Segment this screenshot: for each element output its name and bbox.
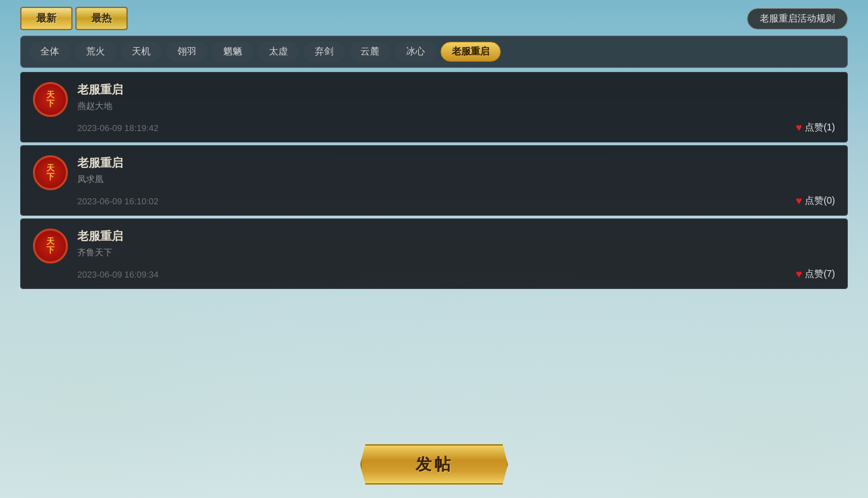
category-tab-huohuo[interactable]: 荒火	[75, 42, 116, 62]
avatar-line2-2: 下	[46, 173, 54, 181]
category-tab-meimei[interactable]: 魍魉	[212, 42, 253, 62]
post-avatar-2: 天 下	[33, 155, 68, 190]
newest-tab-button[interactable]: 最新	[20, 7, 73, 30]
post-footer-2: 2023-06-09 16:10:02 ♥ 点赞(0)	[77, 195, 835, 207]
category-tab-yunlu[interactable]: 云麓	[349, 42, 391, 62]
top-left-buttons: 最新 最热	[20, 7, 128, 30]
post-content-3: 老服重启 齐鲁天下 2023-06-09 16:09:34 ♥ 点赞(7)	[77, 229, 835, 280]
posts-area: 天 下 老服重启 燕赵大地 2023-06-09 18:19:42 ♥ 点赞(1…	[20, 72, 848, 438]
avatar-line2-1: 下	[46, 99, 54, 108]
heart-icon-1: ♥	[795, 122, 802, 134]
post-card-1[interactable]: 天 下 老服重启 燕赵大地 2023-06-09 18:19:42 ♥ 点赞(1…	[20, 72, 848, 142]
rules-button[interactable]: 老服重启活动规则	[747, 8, 848, 30]
post-button-container: 发帖	[20, 444, 848, 491]
post-author-3: 齐鲁天下	[77, 247, 835, 259]
category-tab-taixu[interactable]: 太虚	[258, 42, 299, 62]
post-like-label-1: 点赞(1)	[805, 122, 835, 134]
hottest-tab-button[interactable]: 最热	[75, 7, 128, 30]
post-time-3: 2023-06-09 16:09:34	[77, 269, 159, 280]
heart-icon-3: ♥	[795, 268, 802, 280]
category-tab-laofuchongqi[interactable]: 老服重启	[440, 42, 501, 62]
post-like-2[interactable]: ♥ 点赞(0)	[795, 195, 835, 207]
category-tab-bingxin[interactable]: 冰心	[395, 42, 436, 62]
post-content-2: 老服重启 凤求凰 2023-06-09 16:10:02 ♥ 点赞(0)	[77, 155, 835, 207]
post-like-1[interactable]: ♥ 点赞(1)	[795, 122, 835, 134]
post-content-1: 老服重启 燕赵大地 2023-06-09 18:19:42 ♥ 点赞(1)	[77, 82, 835, 134]
post-author-2: 凤求凰	[77, 173, 835, 185]
main-container: 最新 最热 老服重启活动规则 全体荒火天机翎羽魍魉太虚弃剑云麓冰心老服重启 天 …	[0, 0, 868, 498]
category-tab-tianji[interactable]: 天机	[120, 42, 162, 62]
post-time-1: 2023-06-09 18:19:42	[77, 123, 159, 133]
post-like-label-3: 点赞(7)	[805, 268, 835, 280]
post-button[interactable]: 发帖	[360, 444, 508, 485]
post-card-2[interactable]: 天 下 老服重启 凤求凰 2023-06-09 16:10:02 ♥ 点赞(0)	[20, 145, 848, 216]
post-title-3: 老服重启	[77, 229, 835, 244]
post-footer-3: 2023-06-09 16:09:34 ♥ 点赞(7)	[77, 268, 835, 280]
category-tab-all[interactable]: 全体	[29, 42, 71, 62]
heart-icon-2: ♥	[795, 195, 802, 207]
category-tab-pijian[interactable]: 弃剑	[303, 42, 345, 62]
post-title-2: 老服重启	[77, 155, 835, 171]
post-like-3[interactable]: ♥ 点赞(7)	[795, 268, 835, 280]
post-title-1: 老服重启	[77, 82, 835, 97]
category-tab-cuiyu[interactable]: 翎羽	[166, 42, 208, 62]
post-time-2: 2023-06-09 16:10:02	[77, 196, 159, 206]
post-card-3[interactable]: 天 下 老服重启 齐鲁天下 2023-06-09 16:09:34 ♥ 点赞(7…	[20, 218, 848, 289]
post-avatar-3: 天 下	[33, 229, 68, 263]
post-author-1: 燕赵大地	[77, 100, 835, 112]
post-like-label-2: 点赞(0)	[805, 195, 835, 207]
category-panel: 全体荒火天机翎羽魍魉太虚弃剑云麓冰心老服重启	[20, 36, 848, 68]
top-bar: 最新 最热 老服重启活动规则	[20, 7, 848, 30]
post-avatar-1: 天 下	[33, 82, 68, 117]
post-footer-1: 2023-06-09 18:19:42 ♥ 点赞(1)	[77, 122, 835, 134]
avatar-line2-3: 下	[46, 246, 54, 255]
